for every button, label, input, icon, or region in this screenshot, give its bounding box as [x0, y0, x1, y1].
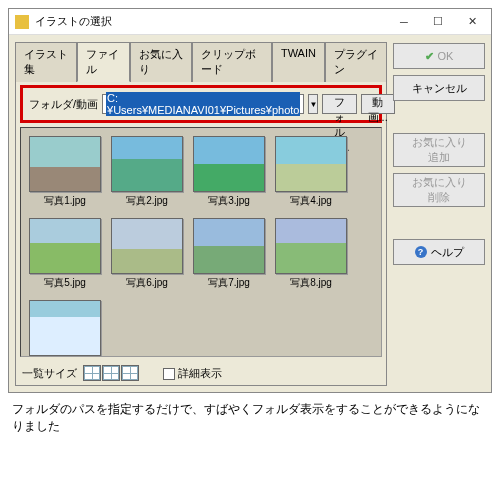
help-icon: ? — [415, 246, 427, 258]
tab-plugin[interactable]: プラグイン — [325, 42, 387, 82]
window-title: イラストの選択 — [35, 14, 387, 29]
maximize-button[interactable]: ☐ — [421, 11, 455, 33]
size-large-button[interactable] — [121, 365, 139, 381]
list-item[interactable]: 写真8.jpg — [275, 218, 347, 290]
check-icon: ✔ — [425, 50, 434, 63]
tab-illustrations[interactable]: イラスト集 — [15, 42, 77, 82]
file-name: 写真2.jpg — [111, 194, 183, 208]
list-item[interactable]: 写真2.jpg — [111, 136, 183, 208]
list-item[interactable]: 写真5.jpg — [29, 218, 101, 290]
list-item[interactable]: 写真4.jpg — [275, 136, 347, 208]
help-button[interactable]: ?ヘルプ — [393, 239, 485, 265]
thumbnail-image — [111, 136, 183, 192]
minimize-button[interactable]: ─ — [387, 11, 421, 33]
tab-favorites[interactable]: お気に入り — [130, 42, 192, 82]
list-item[interactable]: 写真1.jpg — [29, 136, 101, 208]
thumbnail-image — [193, 136, 265, 192]
favorite-delete-button[interactable]: お気に入り 削除 — [393, 173, 485, 207]
thumbnail-image — [29, 300, 101, 356]
list-item[interactable] — [29, 300, 101, 357]
list-item[interactable]: 写真6.jpg — [111, 218, 183, 290]
thumbnail-image — [29, 136, 101, 192]
path-dropdown-icon[interactable]: ▼ — [308, 94, 318, 114]
file-name: 写真4.jpg — [275, 194, 347, 208]
size-medium-button[interactable] — [102, 365, 120, 381]
titlebar: イラストの選択 ─ ☐ ✕ — [9, 9, 491, 35]
close-button[interactable]: ✕ — [455, 11, 489, 33]
thumbnail-image — [111, 218, 183, 274]
ok-button[interactable]: ✔OK — [393, 43, 485, 69]
app-icon — [15, 15, 29, 29]
caption-text: フォルダのパスを指定するだけで、すばやくフォルダ表示をすることができるようになり… — [8, 399, 492, 437]
file-name: 写真7.jpg — [193, 276, 265, 290]
thumbnail-image — [193, 218, 265, 274]
file-name: 写真6.jpg — [111, 276, 183, 290]
list-size-label: 一覧サイズ — [22, 366, 77, 381]
browse-folder-button[interactable]: フォルダ... — [322, 94, 356, 114]
file-name: 写真3.jpg — [193, 194, 265, 208]
list-item[interactable]: 写真7.jpg — [193, 218, 265, 290]
folder-path-input[interactable]: C:¥Users¥MEDIANAVI01¥Pictures¥photo — [102, 94, 304, 114]
list-item[interactable]: 写真3.jpg — [193, 136, 265, 208]
checkbox-icon — [163, 368, 175, 380]
file-name: 写真5.jpg — [29, 276, 101, 290]
cancel-button[interactable]: キャンセル — [393, 75, 485, 101]
tab-file[interactable]: ファイル — [77, 42, 130, 82]
favorite-add-button[interactable]: お気に入り 追加 — [393, 133, 485, 167]
thumbnail-image — [275, 218, 347, 274]
browse-movie-button[interactable]: 動画... — [361, 94, 395, 114]
tab-strip: イラスト集 ファイル お気に入り クリップボード TWAIN プラグイン — [15, 41, 387, 81]
path-label: フォルダ/動画 — [29, 97, 98, 112]
file-name: 写真8.jpg — [275, 276, 347, 290]
dialog-window: イラストの選択 ─ ☐ ✕ イラスト集 ファイル お気に入り クリップボード T… — [8, 8, 492, 393]
file-name: 写真1.jpg — [29, 194, 101, 208]
tab-clipboard[interactable]: クリップボード — [192, 42, 272, 82]
thumbnail-image — [275, 136, 347, 192]
size-small-button[interactable] — [83, 365, 101, 381]
tab-twain[interactable]: TWAIN — [272, 42, 325, 82]
path-row-highlight: フォルダ/動画 C:¥Users¥MEDIANAVI01¥Pictures¥ph… — [20, 85, 382, 123]
thumbnail-list[interactable]: 写真1.jpg 写真2.jpg 写真3.jpg 写真4.jpg 写真5.jpg … — [20, 127, 382, 357]
detail-view-checkbox[interactable]: 詳細表示 — [163, 366, 222, 381]
thumbnail-image — [29, 218, 101, 274]
